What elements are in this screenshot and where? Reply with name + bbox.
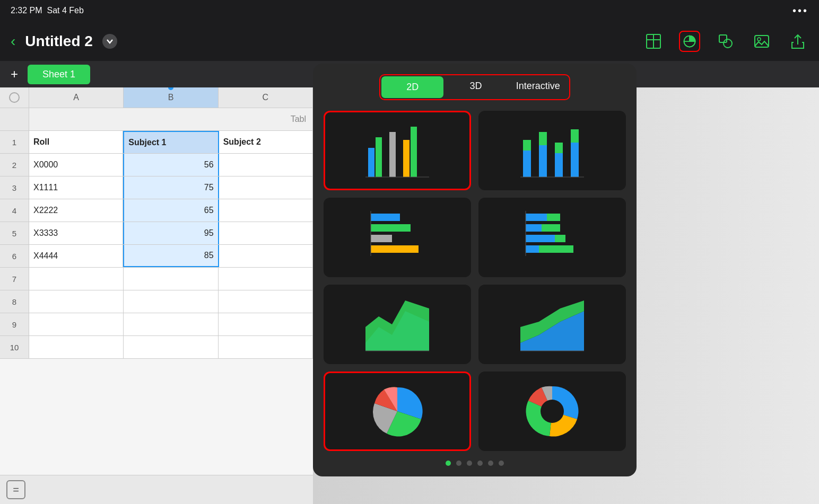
row-num-6: 6 bbox=[0, 245, 29, 267]
table-row: 8 bbox=[0, 290, 313, 313]
row-num-header bbox=[0, 108, 29, 130]
svg-rect-18 bbox=[523, 140, 531, 151]
col-header-b[interactable]: B bbox=[124, 87, 218, 108]
cell-6-c[interactable] bbox=[219, 245, 313, 267]
chart-card-pie[interactable] bbox=[324, 372, 471, 451]
svg-rect-20 bbox=[539, 132, 547, 145]
cell-3-a[interactable]: X1111 bbox=[29, 176, 123, 199]
cell-2-b[interactable]: 56 bbox=[123, 154, 219, 176]
chart-card-donut[interactable] bbox=[478, 372, 626, 451]
chart-card-bar-horizontal[interactable] bbox=[324, 198, 471, 277]
cell-9-a[interactable] bbox=[29, 313, 124, 335]
table-icon[interactable] bbox=[643, 31, 664, 52]
cell-8-b[interactable] bbox=[124, 290, 218, 313]
chart-card-bar-horizontal-stacked[interactable] bbox=[478, 198, 626, 277]
equals-button[interactable]: = bbox=[6, 480, 25, 499]
cell-10-a[interactable] bbox=[29, 336, 124, 358]
pagination-dot-4[interactable] bbox=[477, 461, 483, 466]
cell-3-b[interactable]: 75 bbox=[123, 176, 219, 199]
table-row: 4 X2222 65 bbox=[0, 199, 313, 222]
cell-7-c[interactable] bbox=[219, 268, 313, 290]
cell-2-c[interactable] bbox=[219, 154, 313, 176]
cell-10-b[interactable] bbox=[124, 336, 218, 358]
bar-horizontal-chart-icon bbox=[363, 208, 432, 267]
chart-card-bar-grouped[interactable] bbox=[324, 111, 471, 190]
cell-1-a[interactable]: Roll bbox=[29, 131, 123, 153]
cell-10-c[interactable] bbox=[219, 336, 313, 358]
pagination-dot-3[interactable] bbox=[467, 461, 472, 466]
cell-8-a[interactable] bbox=[29, 290, 124, 313]
tab-2d[interactable]: 2D bbox=[381, 76, 443, 98]
svg-rect-34 bbox=[542, 224, 560, 232]
svg-point-6 bbox=[724, 39, 732, 48]
select-all-icon[interactable] bbox=[9, 92, 20, 103]
cell-9-b[interactable] bbox=[124, 313, 218, 335]
cell-4-b[interactable]: 65 bbox=[123, 199, 219, 222]
shapes-icon[interactable] bbox=[715, 31, 736, 52]
cell-9-c[interactable] bbox=[219, 313, 313, 335]
svg-rect-15 bbox=[411, 127, 417, 177]
cell-6-a[interactable]: X4444 bbox=[29, 245, 123, 267]
media-icon[interactable] bbox=[751, 31, 772, 52]
tab-interactive[interactable]: Interactive bbox=[507, 75, 569, 99]
tab-3d[interactable]: 3D bbox=[445, 75, 507, 99]
chart-icon[interactable] bbox=[679, 31, 700, 52]
pie-chart-icon bbox=[368, 382, 426, 440]
back-button[interactable]: ‹ bbox=[11, 33, 15, 50]
pagination-dot-5[interactable] bbox=[488, 461, 493, 466]
cell-8-c[interactable] bbox=[219, 290, 313, 313]
cell-5-a[interactable]: X3333 bbox=[29, 222, 123, 244]
svg-rect-19 bbox=[539, 145, 547, 177]
row-num-5: 5 bbox=[0, 222, 29, 244]
svg-rect-32 bbox=[547, 214, 560, 221]
document-title: Untitled 2 bbox=[25, 33, 93, 50]
table-title-cell: Tabl bbox=[29, 108, 313, 130]
sheet-tab-sheet1[interactable]: Sheet 1 bbox=[28, 65, 90, 84]
table-row: 9 bbox=[0, 313, 313, 336]
svg-rect-11 bbox=[368, 148, 374, 177]
cell-1-b[interactable]: Subject 1 bbox=[123, 131, 219, 153]
toolbar-left: ‹ Untitled 2 bbox=[11, 33, 117, 50]
pagination-dot-6[interactable] bbox=[499, 461, 504, 466]
bottom-bar: = bbox=[0, 475, 313, 504]
cell-2-a[interactable]: X0000 bbox=[29, 154, 123, 176]
cell-7-a[interactable] bbox=[29, 268, 124, 290]
pagination-dots bbox=[324, 461, 626, 466]
svg-point-46 bbox=[541, 400, 564, 423]
row-num-4: 4 bbox=[0, 199, 29, 222]
cell-5-b[interactable]: 95 bbox=[123, 222, 219, 244]
table-title-row: Tabl bbox=[0, 108, 313, 131]
status-time: 2:32 PM Sat 4 Feb bbox=[11, 6, 84, 15]
col-header-c[interactable]: C bbox=[219, 87, 313, 108]
svg-rect-37 bbox=[526, 245, 539, 253]
cell-6-b[interactable]: 85 bbox=[123, 245, 219, 267]
svg-rect-29 bbox=[371, 245, 419, 253]
donut-chart-icon bbox=[523, 382, 581, 440]
svg-rect-23 bbox=[571, 143, 579, 177]
svg-marker-41 bbox=[365, 300, 429, 351]
share-icon[interactable] bbox=[787, 31, 808, 52]
cell-4-c[interactable] bbox=[219, 199, 313, 222]
title-dropdown-button[interactable] bbox=[102, 34, 117, 49]
pagination-dot-1[interactable] bbox=[446, 461, 451, 466]
chart-card-area-stacked[interactable] bbox=[478, 285, 626, 364]
chart-card-area[interactable] bbox=[324, 285, 471, 364]
svg-rect-28 bbox=[371, 235, 392, 242]
chart-grid bbox=[324, 111, 626, 451]
add-sheet-button[interactable]: + bbox=[5, 65, 23, 83]
cell-1-c[interactable]: Subject 2 bbox=[219, 131, 313, 153]
svg-point-9 bbox=[757, 38, 761, 41]
svg-rect-7 bbox=[719, 35, 727, 42]
pagination-dot-2[interactable] bbox=[456, 461, 461, 466]
cell-3-c[interactable] bbox=[219, 176, 313, 199]
col-header-a[interactable]: A bbox=[29, 87, 124, 108]
svg-rect-22 bbox=[555, 143, 563, 153]
chart-card-bar-stacked[interactable] bbox=[478, 111, 626, 190]
cell-7-b[interactable] bbox=[124, 268, 218, 290]
bar-horizontal-stacked-chart-icon bbox=[518, 208, 587, 267]
bar-stacked-chart-icon bbox=[518, 121, 587, 180]
cell-5-c[interactable] bbox=[219, 222, 313, 244]
chart-type-tabs: 2D 3D Interactive bbox=[379, 74, 570, 100]
cell-4-a[interactable]: X2222 bbox=[29, 199, 123, 222]
svg-rect-31 bbox=[526, 214, 547, 221]
